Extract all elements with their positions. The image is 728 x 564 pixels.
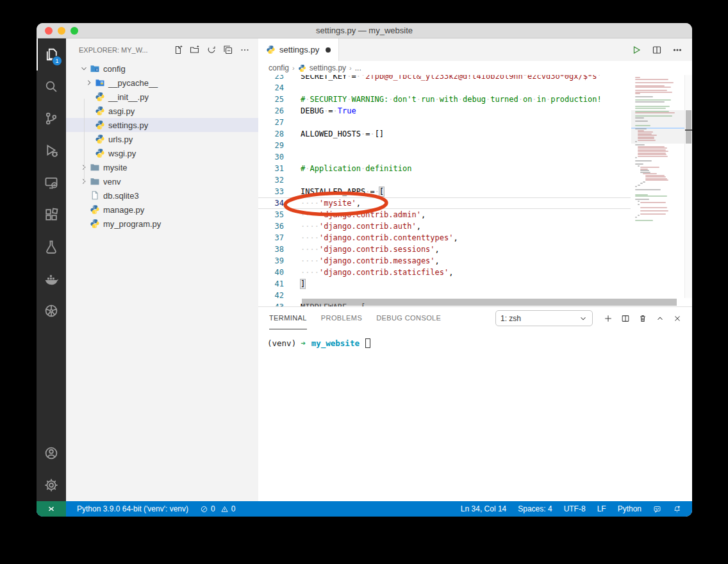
activity-extensions-icon[interactable] (37, 199, 66, 231)
tab-debug-console[interactable]: DEBUG CONSOLE (376, 307, 441, 329)
chevron-down-icon[interactable] (79, 63, 89, 74)
python-file-icon (298, 64, 306, 72)
error-count: 0 (211, 504, 215, 513)
close-panel-button[interactable] (668, 310, 686, 327)
more-actions-button[interactable] (669, 42, 686, 58)
line-number: 23 (258, 75, 284, 82)
notifications-button[interactable] (667, 501, 687, 517)
vscode-window: settings.py — my_website 1 EXPLORER: MY_… (37, 23, 692, 517)
tab-problems[interactable]: PROBLEMS (321, 307, 362, 329)
code-line-30[interactable]: 30 (258, 151, 692, 163)
python-interpreter-status[interactable]: Python 3.9.0 64-bit ('venv': venv) (71, 501, 194, 517)
line-number: 25 (258, 94, 284, 105)
feedback-button[interactable] (647, 501, 667, 517)
vertical-scrollbar-thumb[interactable] (686, 110, 691, 144)
tree-item-config[interactable]: config (66, 62, 258, 76)
terminal-picker-dropdown[interactable]: 1: zsh (495, 310, 593, 326)
code-line-34[interactable]: 34····'mysite', (258, 197, 692, 209)
refresh-button[interactable] (203, 42, 220, 58)
close-window-button[interactable] (45, 27, 53, 35)
breadcrumb-symbol[interactable]: ... (355, 63, 361, 72)
activity-testing-icon[interactable] (37, 231, 66, 263)
code-line-23[interactable]: 23SECRET_KEY·=·'2fpb@0_fbct&_ylz33kz@d!t… (258, 75, 692, 82)
code-line-25[interactable]: 25#·SECURITY·WARNING:·don't·run·with·deb… (258, 94, 692, 105)
breadcrumb-config[interactable]: config (269, 63, 289, 72)
code-line-26[interactable]: 26DEBUG·=·True (258, 105, 692, 117)
code-line-35[interactable]: 35····'django.contrib.admin', (258, 209, 692, 220)
code-line-27[interactable]: 27 (258, 117, 692, 128)
breadcrumb-settings-py[interactable]: settings.py (310, 63, 346, 72)
activity-explorer-icon[interactable]: 1 (37, 38, 66, 70)
chevron-right-icon[interactable] (84, 78, 94, 88)
tree-item-asgi-py[interactable]: asgi.py (66, 104, 258, 118)
vertical-scrollbar[interactable] (684, 75, 692, 298)
split-editor-button[interactable] (649, 42, 665, 58)
code-line-24[interactable]: 24 (258, 82, 692, 94)
code-line-29[interactable]: 29 (258, 140, 692, 151)
tree-item--init-py[interactable]: __init__.py (66, 90, 258, 104)
maximize-panel-button[interactable] (651, 310, 668, 327)
tree-item-settings-py[interactable]: settings.py (66, 118, 258, 132)
code-line-28[interactable]: 28ALLOWED_HOSTS·=·[] (258, 128, 692, 140)
chevron-right-icon: › (349, 64, 352, 72)
problems-status[interactable]: 0 0 (194, 501, 241, 517)
code-line-39[interactable]: 39····'django.contrib.messages', (258, 255, 692, 267)
activity-run-debug-icon[interactable] (37, 135, 66, 167)
tree-item-wsgi-py[interactable]: wsgi.py (66, 146, 258, 160)
tree-item-my-program-py[interactable]: my_program.py (66, 217, 258, 231)
activity-account-icon[interactable] (37, 437, 66, 469)
titlebar[interactable]: settings.py — my_website (37, 23, 692, 38)
kill-terminal-button[interactable] (634, 310, 651, 327)
code-line-37[interactable]: 37····'django.contrib.contenttypes', (258, 232, 692, 244)
tree-item-db-sqlite3[interactable]: db.sqlite3 (66, 188, 258, 203)
zoom-window-button[interactable] (70, 27, 78, 35)
code-line-40[interactable]: 40····'django.contrib.staticfiles', (258, 267, 692, 278)
code-line-41[interactable]: 41] (258, 278, 692, 290)
horizontal-scrollbar-thumb[interactable] (302, 299, 677, 306)
bottom-panel: TERMINAL PROBLEMS DEBUG CONSOLE 1: zsh (258, 306, 692, 501)
split-terminal-button[interactable] (616, 310, 634, 327)
indent-guide (84, 99, 85, 183)
tree-item--pycache-[interactable]: __pycache__ (66, 76, 258, 90)
code-line-33[interactable]: 33INSTALLED_APPS·=·[ (258, 186, 692, 197)
activity-kubernetes-icon[interactable] (37, 295, 66, 327)
language-mode-status[interactable]: Python (612, 501, 647, 517)
code-editor[interactable]: 23SECRET_KEY·=·'2fpb@0_fbct&_ylz33kz@d!t… (258, 75, 692, 306)
collapse-all-button[interactable] (220, 42, 236, 58)
encoding-status[interactable]: UTF-8 (558, 501, 592, 517)
minimize-window-button[interactable] (58, 27, 65, 35)
activity-search-icon[interactable] (37, 70, 66, 103)
activity-docker-icon[interactable] (37, 263, 66, 295)
tab-terminal[interactable]: TERMINAL (269, 307, 307, 329)
tree-item-venv[interactable]: venv (66, 174, 258, 188)
minimap[interactable] (631, 75, 684, 298)
horizontal-scrollbar[interactable] (301, 298, 684, 306)
twisty-spacer (84, 120, 94, 130)
activity-remote-explorer-icon[interactable] (37, 167, 66, 199)
activity-settings-icon[interactable] (37, 469, 66, 501)
new-folder-button[interactable] (186, 42, 203, 58)
new-terminal-button[interactable] (599, 310, 616, 327)
tab-settings-py[interactable]: settings.py (258, 38, 339, 61)
tree-item-mysite[interactable]: mysite (66, 160, 258, 174)
run-python-file-button[interactable] (628, 42, 645, 58)
activity-source-control-icon[interactable] (37, 103, 66, 135)
terminal-content[interactable]: (venv) ➜ my_website (258, 329, 692, 348)
eol-status[interactable]: LF (592, 501, 612, 517)
remote-indicator[interactable] (37, 501, 66, 517)
new-file-button[interactable] (170, 42, 186, 58)
more-button[interactable] (236, 42, 253, 58)
code-line-31[interactable]: 31#·Application·definition (258, 163, 692, 174)
tree-item-urls-py[interactable]: urls.py (66, 132, 258, 146)
explorer-sidebar: EXPLORER: MY_W... config__pycache____ini… (66, 38, 258, 501)
code-line-38[interactable]: 38····'django.contrib.sessions', (258, 244, 692, 255)
error-icon (200, 505, 208, 513)
tree-item-label: urls.py (108, 135, 133, 144)
code-line-36[interactable]: 36····'django.contrib.auth', (258, 220, 692, 232)
python-icon (95, 134, 105, 144)
indentation-status[interactable]: Spaces: 4 (512, 501, 558, 517)
code-line-32[interactable]: 32 (258, 174, 692, 186)
tree-item-manage-py[interactable]: manage.py (66, 203, 258, 217)
cursor-position-status[interactable]: Ln 34, Col 14 (455, 501, 512, 517)
terminal-cwd: my_website (311, 338, 360, 348)
